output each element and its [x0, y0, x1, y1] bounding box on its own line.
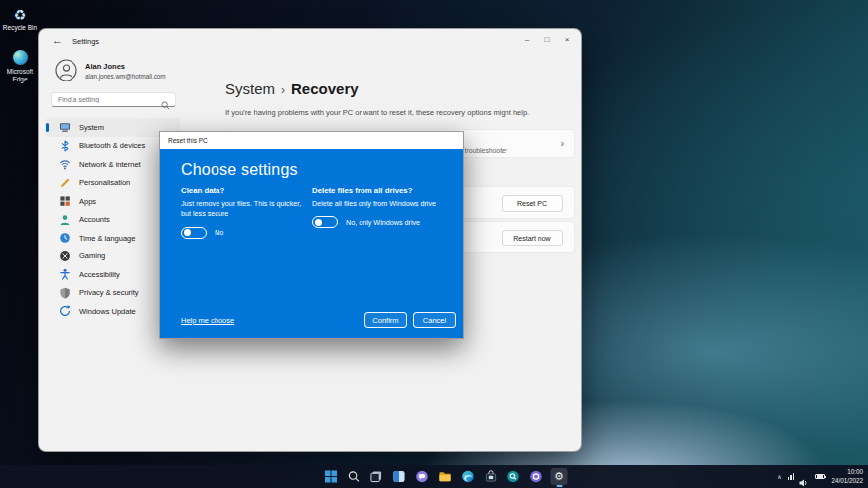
help-me-choose-link[interactable]: Help me choose	[181, 316, 234, 325]
delete-drives-question: Delete files from all drives?	[312, 186, 453, 195]
settings-taskbar-icon[interactable]: ⚙	[551, 468, 568, 485]
find-a-setting-search[interactable]	[51, 92, 176, 107]
speaker-icon[interactable]	[799, 473, 809, 481]
confirm-button[interactable]: Confirm	[364, 312, 407, 328]
desktop-icon-label: Recycle Bin	[2, 24, 38, 32]
search-input[interactable]	[58, 93, 161, 106]
person-icon	[59, 214, 71, 226]
widgets-icon[interactable]	[391, 468, 408, 485]
reset-this-pc-dialog: Reset this PC Choose settings Clean data…	[159, 131, 464, 339]
desktop-icon-recycle-bin[interactable]: ♻ Recycle Bin	[2, 6, 38, 32]
sidebar-item-label: Personalisation	[79, 178, 130, 187]
breadcrumb: System›Recovery	[225, 81, 359, 97]
delete-drives-toggle-row[interactable]: No, only Windows drive	[312, 216, 453, 228]
sidebar-item-label: Windows Update	[79, 307, 136, 316]
network-signal-icon[interactable]	[788, 473, 795, 480]
user-email: alan.jones.wm@hotmail.com	[85, 73, 166, 80]
user-name: Alan Jones	[85, 62, 166, 71]
delete-drives-description: Delete all files only from Windows drive	[312, 199, 453, 209]
clock[interactable]: 10:00 24/01/2022	[831, 468, 863, 485]
sidebar-item-label: Network & internet	[79, 160, 141, 169]
delete-all-drives-option: Delete files from all drives? Delete all…	[312, 186, 453, 228]
paintbrush-icon	[59, 177, 71, 189]
restart-now-button[interactable]: Restart now	[502, 230, 563, 246]
bluetooth-icon	[59, 140, 71, 152]
update-arrows-icon	[59, 305, 71, 317]
delete-drives-toggle[interactable]	[312, 216, 338, 228]
edge-taskbar-icon[interactable]	[460, 468, 477, 485]
page-title: Recovery	[291, 81, 359, 97]
sidebar-item-label: System	[79, 123, 104, 132]
clean-data-option: Clean data? Just remove your files. This…	[181, 186, 312, 239]
window-title: Settings	[72, 37, 99, 46]
accessibility-person-icon	[59, 268, 71, 280]
tray-date: 24/01/2022	[831, 477, 863, 486]
system-icon	[59, 121, 71, 133]
dialog-titlebar: Reset this PC	[160, 132, 463, 149]
app-purple-circle-icon[interactable]	[528, 468, 545, 485]
sidebar-item-label: Time & language	[79, 234, 135, 243]
start-button[interactable]	[323, 468, 340, 485]
minimize-button[interactable]: –	[517, 29, 537, 49]
breadcrumb-separator-icon: ›	[281, 83, 285, 97]
close-button[interactable]: ×	[557, 29, 577, 49]
sidebar-item-label: Gaming	[79, 251, 105, 260]
battery-icon[interactable]	[815, 474, 825, 480]
microsoft-store-icon[interactable]	[483, 468, 500, 485]
reset-pc-button[interactable]: Reset PC	[502, 195, 563, 212]
dialog-title: Reset this PC	[168, 137, 208, 144]
app-teal-circle-icon[interactable]	[506, 468, 522, 485]
chevron-right-icon: ›	[561, 138, 564, 149]
desktop-icon-label: Microsoft Edge	[2, 68, 38, 83]
desktop-icon-microsoft-edge[interactable]: Microsoft Edge	[2, 50, 38, 83]
delete-drives-toggle-label: No, only Windows drive	[346, 218, 420, 227]
search-icon	[161, 96, 170, 105]
tray-chevron-up-icon[interactable]: ∧	[777, 473, 781, 480]
sidebar-item-label: Accounts	[79, 215, 110, 224]
back-button[interactable]: ←	[52, 34, 63, 46]
edge-icon	[2, 50, 38, 68]
page-description: If you're having problems with your PC o…	[225, 108, 573, 117]
task-view-icon[interactable]	[368, 468, 385, 485]
recycle-bin-icon: ♻	[2, 6, 38, 24]
dialog-heading: Choose settings	[181, 161, 298, 179]
system-tray: ∧ 10:00 24/01/2022	[777, 465, 863, 488]
sidebar-item-label: Apps	[79, 197, 96, 206]
taskbar-center-icons: ⚙	[323, 465, 568, 488]
desktop-icon-area: ♻ Recycle Bin Microsoft Edge	[2, 6, 38, 100]
maximize-button[interactable]: □	[537, 29, 557, 49]
search-taskbar-icon[interactable]	[346, 468, 362, 485]
sidebar-item-label: Bluetooth & devices	[79, 141, 145, 150]
file-explorer-icon[interactable]	[437, 468, 454, 485]
clean-data-toggle[interactable]	[181, 227, 207, 239]
taskbar: ⚙ ∧ 10:00 24/01/2022	[0, 465, 868, 488]
gear-icon: ⚙	[554, 471, 564, 482]
window-titlebar: ← Settings – □ ×	[39, 29, 581, 55]
user-profile[interactable]: Alan Jones alan.jones.wm@hotmail.com	[55, 59, 166, 81]
cancel-button[interactable]: Cancel	[413, 312, 456, 328]
user-avatar-icon	[55, 59, 77, 81]
xbox-icon	[59, 250, 71, 262]
chat-icon[interactable]	[414, 468, 431, 485]
tray-time: 10:00	[831, 468, 863, 477]
sidebar-item-label: Privacy & security	[79, 288, 139, 297]
window-controls: – □ ×	[517, 29, 577, 49]
clean-data-toggle-label: No	[215, 228, 223, 237]
dialog-body: Choose settings Clean data? Just remove …	[160, 149, 463, 338]
wifi-icon	[59, 158, 71, 170]
sidebar-item-label: Accessibility	[79, 270, 120, 279]
breadcrumb-system[interactable]: System	[225, 81, 275, 97]
clean-data-question: Clean data?	[181, 186, 312, 195]
clean-data-toggle-row[interactable]: No	[181, 227, 312, 239]
apps-grid-icon	[59, 195, 71, 207]
clean-data-description: Just remove your files. This is quicker,…	[181, 199, 312, 220]
shield-icon	[59, 287, 71, 299]
clock-icon	[59, 232, 71, 244]
